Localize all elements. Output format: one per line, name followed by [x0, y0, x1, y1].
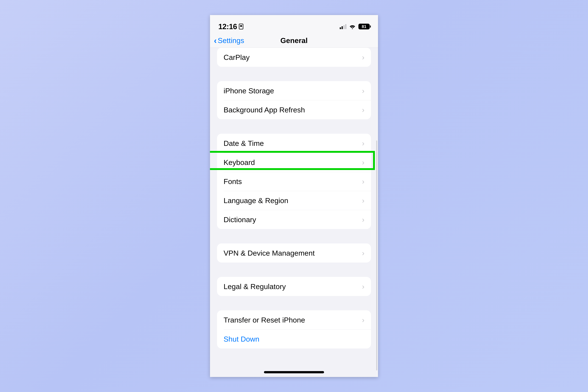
row-shut-down[interactable]: Shut Down: [217, 330, 371, 348]
settings-group: iPhone Storage›Background App Refresh›: [217, 81, 371, 119]
status-left: 12:16: [218, 22, 243, 31]
row-legal-regulatory[interactable]: Legal & Regulatory›: [217, 277, 371, 296]
row-label: CarPlay: [224, 53, 362, 62]
chevron-right-icon: ›: [362, 158, 364, 166]
row-label: Shut Down: [224, 335, 364, 343]
id-card-icon: [239, 24, 243, 30]
chevron-right-icon: ›: [362, 215, 364, 224]
row-carplay[interactable]: CarPlay›: [217, 48, 371, 67]
settings-list[interactable]: CarPlay›iPhone Storage›Background App Re…: [210, 48, 378, 370]
battery-percent: 81: [362, 24, 366, 29]
battery-indicator: 81: [358, 24, 370, 30]
settings-group: CarPlay›: [217, 48, 371, 67]
back-button[interactable]: ‹ Settings: [210, 36, 244, 45]
chevron-right-icon: ›: [362, 196, 364, 205]
back-label: Settings: [218, 36, 244, 45]
nav-bar: ‹ Settings General: [210, 33, 378, 48]
row-iphone-storage[interactable]: iPhone Storage›: [217, 81, 371, 100]
row-label: Language & Region: [224, 196, 362, 205]
row-transfer-or-reset-iphone[interactable]: Transfer or Reset iPhone›: [217, 310, 371, 330]
row-label: Transfer or Reset iPhone: [224, 316, 362, 324]
chevron-left-icon: ‹: [214, 36, 217, 45]
row-date-time[interactable]: Date & Time›: [217, 134, 371, 153]
row-label: Keyboard: [224, 158, 362, 166]
chevron-right-icon: ›: [362, 177, 364, 186]
row-label: Background App Refresh: [224, 106, 362, 114]
row-label: iPhone Storage: [224, 86, 362, 95]
chevron-right-icon: ›: [362, 139, 364, 148]
row-label: VPN & Device Management: [224, 249, 362, 257]
row-dictionary[interactable]: Dictionary›: [217, 210, 371, 229]
row-label: Legal & Regulatory: [224, 282, 362, 291]
settings-group: Transfer or Reset iPhone›Shut Down: [217, 310, 371, 348]
cellular-signal-icon: [340, 24, 346, 29]
row-vpn-device-management[interactable]: VPN & Device Management›: [217, 244, 371, 262]
chevron-right-icon: ›: [362, 316, 364, 324]
row-label: Fonts: [224, 177, 362, 186]
settings-group: Date & Time›Keyboard›Fonts›Language & Re…: [217, 134, 371, 229]
phone-frame: 12:16 81 ‹ Settings General CarPlay›iPho…: [210, 15, 378, 377]
status-time: 12:16: [218, 22, 237, 31]
wifi-icon: [349, 24, 356, 29]
row-label: Date & Time: [224, 139, 362, 148]
row-label: Dictionary: [224, 215, 362, 224]
row-language-region[interactable]: Language & Region›: [217, 191, 371, 210]
row-background-app-refresh[interactable]: Background App Refresh›: [217, 100, 371, 119]
row-keyboard[interactable]: Keyboard›: [217, 153, 371, 172]
home-indicator[interactable]: [264, 371, 324, 373]
settings-group: Legal & Regulatory›: [217, 277, 371, 296]
chevron-right-icon: ›: [362, 86, 364, 95]
scrollbar-indicator: [376, 140, 377, 370]
settings-group: VPN & Device Management›: [217, 244, 371, 262]
chevron-right-icon: ›: [362, 53, 364, 62]
row-fonts[interactable]: Fonts›: [217, 172, 371, 191]
chevron-right-icon: ›: [362, 249, 364, 257]
chevron-right-icon: ›: [362, 282, 364, 291]
status-right: 81: [340, 24, 370, 30]
chevron-right-icon: ›: [362, 106, 364, 114]
status-bar: 12:16 81: [210, 15, 378, 33]
